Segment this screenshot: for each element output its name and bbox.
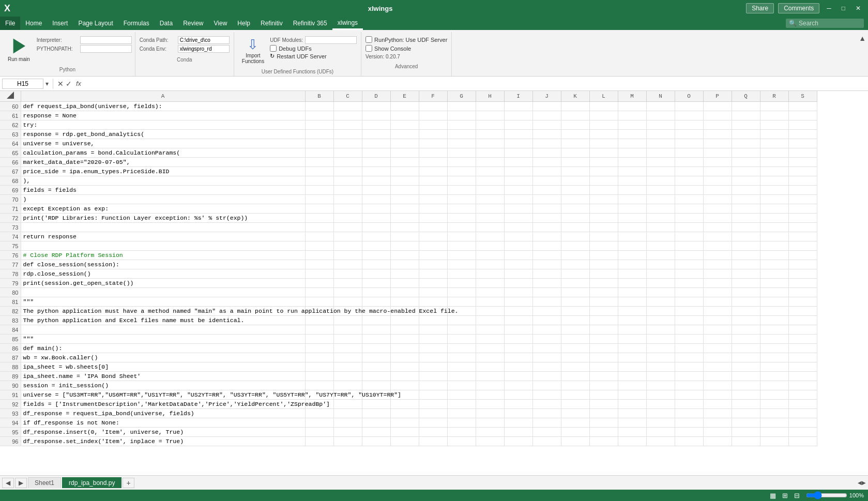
cell-q84[interactable] [732, 325, 760, 335]
cell-q76[interactable] [732, 251, 760, 260]
cell-q65[interactable] [732, 148, 760, 158]
cell-b67[interactable] [305, 167, 333, 176]
cell-r78[interactable] [760, 269, 788, 279]
cell-r82[interactable] [760, 307, 788, 316]
cell-n80[interactable] [646, 288, 675, 297]
cell-n86[interactable] [646, 344, 675, 353]
row-number[interactable]: 79 [0, 279, 21, 288]
cell-n88[interactable] [646, 362, 675, 372]
cell-n69[interactable] [646, 186, 675, 195]
cell-i92[interactable] [504, 400, 532, 409]
cell-l83[interactable] [589, 316, 618, 325]
cell-k96[interactable] [561, 437, 589, 446]
cell-p91[interactable] [703, 390, 732, 400]
cell-s89[interactable] [788, 372, 817, 381]
cell-k91[interactable] [561, 390, 589, 400]
cell-f60[interactable] [419, 102, 447, 111]
cell-p93[interactable] [703, 409, 732, 418]
cell-i96[interactable] [504, 437, 532, 446]
cell-n76[interactable] [646, 251, 675, 260]
cell-d70[interactable] [362, 195, 390, 204]
row-number[interactable]: 90 [0, 381, 21, 390]
cell-h88[interactable] [476, 362, 504, 372]
cell-a65[interactable]: calculation_params = bond.CalculationPar… [21, 148, 305, 158]
row-number[interactable]: 75 [0, 241, 21, 251]
cell-e94[interactable] [390, 418, 419, 428]
cell-b96[interactable] [305, 437, 333, 446]
cell-f75[interactable] [419, 241, 447, 251]
cell-j65[interactable] [532, 148, 561, 158]
cell-p67[interactable] [703, 167, 732, 176]
cell-k84[interactable] [561, 325, 589, 335]
cell-g90[interactable] [447, 381, 476, 390]
cell-l62[interactable] [589, 120, 618, 130]
cell-i84[interactable] [504, 325, 532, 335]
cell-e89[interactable] [390, 372, 419, 381]
cell-h62[interactable] [476, 120, 504, 130]
cell-b89[interactable] [305, 372, 333, 381]
cell-a89[interactable]: ipa_sheet.name = 'IPA Bond Sheet' [21, 372, 305, 381]
cell-g85[interactable] [447, 335, 476, 344]
cell-f65[interactable] [419, 148, 447, 158]
cell-m95[interactable] [618, 428, 646, 437]
cell-n92[interactable] [646, 400, 675, 409]
cell-n91[interactable] [646, 390, 675, 400]
cell-s72[interactable] [788, 214, 817, 223]
cell-n82[interactable] [646, 307, 675, 316]
cell-j86[interactable] [532, 344, 561, 353]
cell-s70[interactable] [788, 195, 817, 204]
cell-s95[interactable] [788, 428, 817, 437]
cell-d76[interactable] [362, 251, 390, 260]
cell-i87[interactable] [504, 353, 532, 362]
cell-f94[interactable] [419, 418, 447, 428]
cell-h78[interactable] [476, 269, 504, 279]
cell-e78[interactable] [390, 269, 419, 279]
cell-f91[interactable] [419, 390, 447, 400]
cell-m88[interactable] [618, 362, 646, 372]
row-number[interactable]: 72 [0, 214, 21, 223]
cell-j75[interactable] [532, 241, 561, 251]
cell-d60[interactable] [362, 102, 390, 111]
cell-g94[interactable] [447, 418, 476, 428]
cell-p65[interactable] [703, 148, 732, 158]
cell-o87[interactable] [675, 353, 703, 362]
cell-r93[interactable] [760, 409, 788, 418]
cell-s88[interactable] [788, 362, 817, 372]
cell-o77[interactable] [675, 260, 703, 269]
col-header-d[interactable]: D [362, 91, 390, 102]
cell-g81[interactable] [447, 297, 476, 307]
col-header-p[interactable]: P [703, 91, 732, 102]
cell-c71[interactable] [333, 204, 362, 214]
cell-r72[interactable] [760, 214, 788, 223]
cell-k92[interactable] [561, 400, 589, 409]
menu-refinitiv[interactable]: Refinitiv [255, 17, 288, 30]
cell-q85[interactable] [732, 335, 760, 344]
menu-refinitiv-365[interactable]: Refinitiv 365 [288, 17, 332, 30]
cell-b76[interactable] [305, 251, 333, 260]
cell-m62[interactable] [618, 120, 646, 130]
cell-k82[interactable] [561, 307, 589, 316]
cell-s93[interactable] [788, 409, 817, 418]
cell-m91[interactable] [618, 390, 646, 400]
cell-h77[interactable] [476, 260, 504, 269]
cell-p80[interactable] [703, 288, 732, 297]
cell-a63[interactable]: response = rdp.get_bond_analytics( [21, 130, 305, 139]
cell-d72[interactable] [362, 214, 390, 223]
cancel-formula-button[interactable]: ✕ [57, 80, 64, 88]
cell-h72[interactable] [476, 214, 504, 223]
cell-l85[interactable] [589, 335, 618, 344]
cell-e72[interactable] [390, 214, 419, 223]
row-number[interactable]: 95 [0, 428, 21, 437]
row-number[interactable]: 82 [0, 307, 21, 316]
cell-b69[interactable] [305, 186, 333, 195]
cell-e92[interactable] [390, 400, 419, 409]
cell-k77[interactable] [561, 260, 589, 269]
cell-i69[interactable] [504, 186, 532, 195]
cell-c80[interactable] [333, 288, 362, 297]
cell-k87[interactable] [561, 353, 589, 362]
cell-r73[interactable] [760, 223, 788, 232]
row-number[interactable]: 60 [0, 102, 21, 111]
cell-d75[interactable] [362, 241, 390, 251]
cell-m63[interactable] [618, 130, 646, 139]
cell-g72[interactable] [447, 214, 476, 223]
